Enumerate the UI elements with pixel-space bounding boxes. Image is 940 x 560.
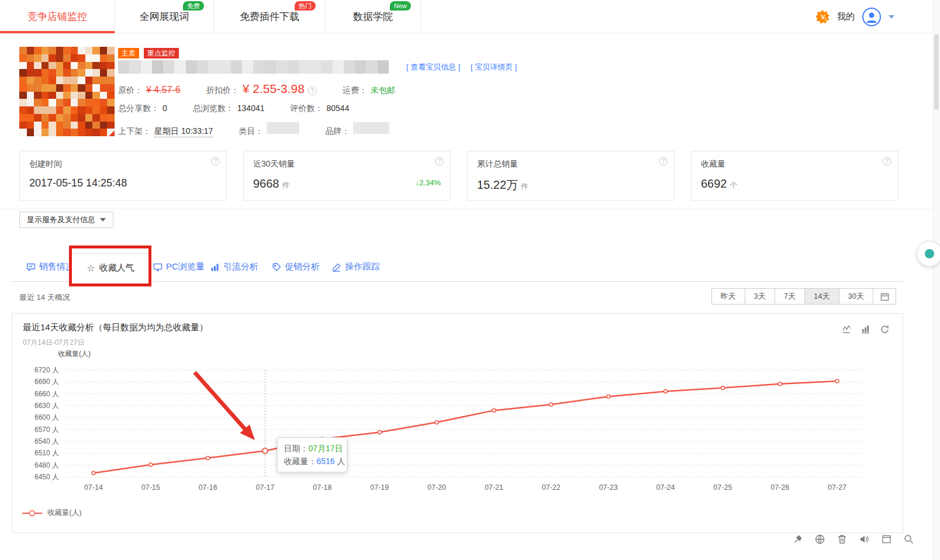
mosaic-block bbox=[100, 62, 108, 70]
line-chart: 6720 人6690 人6660 人6630 人6600 人6570 人6540… bbox=[12, 314, 903, 533]
mosaic-block bbox=[42, 114, 49, 122]
mosaic-block bbox=[355, 60, 366, 74]
data-point[interactable] bbox=[607, 395, 610, 398]
window-icon[interactable] bbox=[882, 534, 891, 544]
mosaic-block bbox=[27, 62, 34, 70]
data-point[interactable] bbox=[721, 386, 724, 390]
help-icon[interactable]: ? bbox=[883, 157, 891, 165]
mosaic-block bbox=[63, 129, 71, 136]
mosaic-block bbox=[287, 60, 298, 74]
nav-tab-keywords[interactable]: 全网展现词 免费 bbox=[115, 0, 214, 33]
nav-tab-plugin-download[interactable]: 免费插件下载 热门 bbox=[214, 0, 326, 33]
search-icon[interactable] bbox=[904, 534, 914, 544]
mosaic-block bbox=[92, 129, 100, 136]
range-30d[interactable]: 30天 bbox=[839, 288, 873, 305]
x-tick-label: 07-25 bbox=[713, 483, 732, 492]
help-icon[interactable]: ? bbox=[659, 157, 668, 165]
v3-level-icon: V 3 bbox=[815, 10, 830, 24]
pin-icon[interactable] bbox=[793, 534, 803, 544]
data-point[interactable] bbox=[92, 471, 95, 475]
view-item-info-link[interactable]: [ 查看宝贝信息 ] bbox=[406, 62, 460, 72]
mosaic-block bbox=[34, 122, 42, 129]
mosaic-block bbox=[56, 122, 64, 129]
bottom-toolbar bbox=[793, 534, 914, 544]
mosaic-block bbox=[107, 92, 115, 99]
data-point[interactable] bbox=[492, 409, 496, 412]
data-point[interactable] bbox=[550, 403, 553, 406]
chevron-down-icon[interactable] bbox=[889, 15, 894, 19]
brand-value-blurred bbox=[353, 122, 389, 134]
mosaic-block bbox=[253, 60, 264, 74]
data-point[interactable] bbox=[206, 456, 210, 459]
app-page: 竞争店铺监控 全网展现词 免费 免费插件下载 热门 数据学院 New V 3 我… bbox=[0, 0, 940, 560]
mosaic-block bbox=[19, 114, 27, 122]
help-icon[interactable]: ? bbox=[308, 87, 317, 95]
mosaic-block bbox=[27, 129, 34, 136]
mosaic-block bbox=[92, 54, 100, 62]
range-14d[interactable]: 14天 bbox=[804, 288, 839, 305]
mosaic-block bbox=[85, 114, 93, 122]
mosaic-block bbox=[71, 99, 78, 106]
user-avatar[interactable] bbox=[862, 8, 881, 26]
mosaic-block bbox=[141, 60, 152, 74]
chart-legend[interactable]: 收藏量(人) bbox=[22, 508, 81, 518]
data-point[interactable] bbox=[664, 390, 668, 393]
y-tick-label: 6630 人 bbox=[34, 402, 59, 410]
tab-promo-analysis[interactable]: 促销分析 bbox=[272, 261, 320, 272]
mosaic-block bbox=[49, 99, 56, 106]
tab-favorites-active[interactable]: ☆ 收藏人气 bbox=[70, 253, 151, 282]
mosaic-block bbox=[63, 92, 71, 99]
vertical-scrollbar[interactable] bbox=[933, 0, 940, 560]
floating-widget[interactable] bbox=[917, 241, 940, 267]
data-point[interactable] bbox=[378, 430, 381, 434]
mosaic-block bbox=[152, 60, 163, 74]
mosaic-block bbox=[63, 62, 71, 70]
range-yesterday[interactable]: 昨天 bbox=[711, 288, 745, 305]
help-icon[interactable]: ? bbox=[435, 157, 444, 165]
y-tick-label: 6450 人 bbox=[34, 473, 59, 481]
data-point[interactable] bbox=[778, 382, 782, 386]
mosaic-block bbox=[63, 54, 71, 62]
mosaic-block bbox=[34, 47, 42, 54]
mosaic-block bbox=[42, 77, 49, 84]
mosaic-block bbox=[92, 99, 100, 106]
mosaic-block bbox=[92, 92, 100, 99]
product-image[interactable] bbox=[19, 47, 115, 136]
show-service-payment-button[interactable]: 显示服务及支付信息 bbox=[19, 212, 113, 228]
data-point[interactable] bbox=[149, 463, 153, 466]
mosaic-block bbox=[27, 106, 34, 114]
trash-icon[interactable] bbox=[837, 534, 847, 544]
help-icon[interactable]: ? bbox=[211, 157, 220, 165]
mosaic-block bbox=[27, 92, 34, 99]
mosaic-block bbox=[34, 84, 42, 92]
tab-action-tracking[interactable]: 操作跟踪 bbox=[332, 261, 380, 272]
x-tick-label: 07-17 bbox=[256, 483, 275, 492]
mosaic-block bbox=[27, 114, 34, 122]
tab-label: 引流分析 bbox=[223, 261, 258, 272]
mosaic-block bbox=[49, 92, 56, 99]
tab-pc-views[interactable]: PC浏览量 bbox=[153, 261, 205, 272]
tab-sales[interactable]: 销售情况 bbox=[26, 261, 74, 272]
data-point[interactable] bbox=[835, 379, 839, 383]
range-7d[interactable]: 7天 bbox=[775, 288, 805, 305]
nav-tab-shop-monitor[interactable]: 竞争店铺监控 bbox=[0, 0, 115, 33]
data-point[interactable] bbox=[262, 448, 268, 454]
legend-marker-icon bbox=[22, 509, 43, 517]
calendar-button[interactable] bbox=[873, 288, 896, 305]
y-tick-label: 6510 人 bbox=[34, 449, 59, 457]
mosaic-block bbox=[85, 92, 93, 99]
x-tick-label: 07-16 bbox=[199, 483, 217, 492]
speaker-icon[interactable] bbox=[859, 534, 869, 544]
browser-icon[interactable] bbox=[815, 534, 825, 544]
annotation-arrow bbox=[195, 372, 255, 440]
mosaic-block bbox=[78, 77, 85, 84]
item-detail-page-link[interactable]: [ 宝贝详情页 ] bbox=[471, 62, 517, 72]
tab-traffic-analysis[interactable]: 引流分析 bbox=[210, 261, 258, 272]
mosaic-block bbox=[265, 60, 276, 74]
scrollbar-thumb[interactable] bbox=[934, 34, 939, 110]
nav-tab-academy[interactable]: 数据学院 New bbox=[326, 0, 421, 33]
mosaic-block bbox=[27, 47, 34, 54]
data-point[interactable] bbox=[435, 420, 438, 424]
my-account-label[interactable]: 我的 bbox=[837, 11, 855, 22]
range-3d[interactable]: 3天 bbox=[745, 288, 775, 305]
